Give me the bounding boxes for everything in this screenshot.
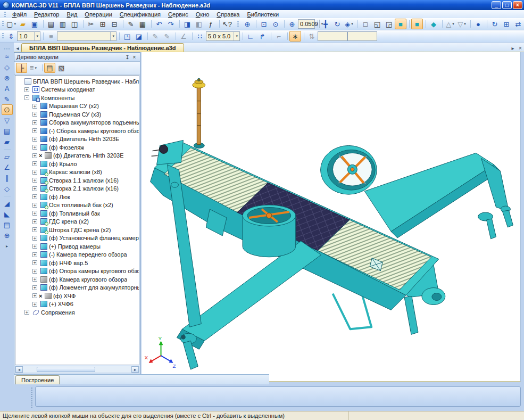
new-document-button[interactable]: ▢ (5, 19, 17, 29)
panel-close-icon[interactable]: × (131, 54, 138, 61)
spreadsheet-button[interactable]: ▦ (137, 19, 148, 29)
menu-item[interactable]: Операции (81, 11, 115, 18)
toolbar-expand-button[interactable]: ▸ (2, 243, 13, 249)
tree-expander[interactable]: + (32, 236, 37, 241)
tree-item[interactable]: + (ф) Двигатель Hirth 3203E (15, 135, 139, 144)
angle-button[interactable]: ∠ (178, 31, 189, 42)
tree-item[interactable]: + (ф) Ложемент для аккумуляторных батаре… (15, 284, 139, 292)
tree-item[interactable]: + (ф) ХЧФ (15, 292, 139, 300)
pan-button[interactable]: ╋ (320, 19, 331, 29)
tree-expander[interactable]: + (32, 227, 37, 232)
expressions-button[interactable]: ƒ (205, 19, 217, 29)
zoom-frame-button[interactable]: ⊡ (258, 19, 270, 29)
surface-trim-icon[interactable]: ◢ (2, 198, 13, 209)
tree-item[interactable]: + ГДС крена (x2) (15, 218, 139, 226)
tree-expander[interactable]: + (32, 244, 37, 249)
tree-item[interactable]: + Шторка ГДС крена (x2) (15, 226, 139, 234)
uav-model[interactable] (151, 78, 513, 369)
report-icon[interactable]: ▤ (2, 126, 13, 136)
tree-item[interactable]: + (+) Привод камеры (15, 242, 139, 251)
menu-item[interactable]: Библиотеки (244, 11, 283, 18)
spline-icon[interactable]: ≈ (2, 51, 13, 62)
coord-y-field[interactable] (347, 31, 377, 41)
tree-item[interactable]: + Осн топливный бак (x2) (15, 201, 139, 210)
eraser-alt-button[interactable]: ✎ (161, 31, 173, 42)
layer-combo[interactable] (57, 31, 117, 41)
layers-button[interactable]: ≡ (45, 31, 57, 42)
frame-button[interactable]: ◳ (121, 31, 133, 42)
local-csys-button[interactable]: ↱ (256, 31, 268, 42)
plane-normal-icon[interactable]: ◇ (2, 183, 13, 194)
tree-item[interactable]: + (ф) Топливный бак (15, 209, 139, 218)
tree-item[interactable]: + Створка 2.1 жалюзи (x16) (15, 185, 139, 193)
tree-expander[interactable]: + (32, 252, 37, 257)
tree-expander[interactable]: + (32, 260, 37, 265)
maximize-button[interactable]: □ (502, 1, 512, 9)
tree-expander[interactable]: + (32, 203, 37, 208)
tab-construction[interactable]: Построение (15, 375, 60, 384)
tab-scroll-right-button[interactable]: ▸ (509, 44, 517, 52)
tree-item[interactable]: + (+) ХЧФ6 (15, 300, 139, 309)
tree-expander[interactable]: + (32, 161, 37, 166)
hide-elements-button[interactable]: △ (444, 19, 456, 29)
hidden-lines-thin-button[interactable]: ◲ (383, 19, 395, 29)
grid-toggle-button[interactable]: ∷ (194, 31, 206, 42)
tree-expander[interactable]: + (32, 170, 37, 175)
tree-expander[interactable]: + (32, 211, 37, 216)
tree-item[interactable]: + Системы координат (15, 86, 139, 94)
tree-expander[interactable]: + (32, 153, 37, 158)
open-document-button[interactable]: ▰ (17, 19, 29, 29)
shaded-edges-button[interactable]: ■ (411, 19, 423, 29)
tree-item[interactable]: + Сборка аккумуляторов подъемных двигате… (15, 119, 139, 127)
scroll-right-arrow[interactable]: ▸ (131, 366, 139, 373)
snaps-button[interactable]: ∗ (289, 31, 301, 42)
menu-item[interactable]: Редактор (30, 11, 63, 18)
scroll-thumb[interactable] (37, 367, 95, 372)
tree-item[interactable]: - Компоненты (15, 94, 139, 102)
new-sheet-button[interactable]: ◪ (133, 31, 145, 42)
stamp-icon[interactable]: ▤ (2, 219, 13, 230)
tree-item[interactable]: + (ф) Двигатель Hirth 3203E (15, 152, 139, 160)
property-bar-grip[interactable] (31, 388, 32, 408)
attachments-icon[interactable]: ∅ (2, 104, 13, 115)
tree-item[interactable]: + Маршевая СУ (x2) (15, 102, 139, 111)
hidden-lines-button[interactable]: ◱ (371, 19, 383, 29)
tree-item[interactable]: + (-) Камера переднего обзора (15, 251, 139, 259)
grid-step-combo[interactable]: 5.0 x 5.0 (206, 31, 240, 41)
tab-scroll-left-button[interactable]: ◂ (14, 44, 21, 52)
menu-item[interactable]: Справка (213, 11, 243, 18)
cut-button[interactable]: ✂ (85, 19, 97, 29)
tree-expander[interactable]: + (32, 302, 37, 307)
tree-item[interactable]: + (-) Сборка камеры кругового обзора в в… (15, 127, 139, 135)
connection-icon[interactable]: ⊗ (2, 72, 13, 83)
rotate-button[interactable]: ↻ (331, 19, 343, 29)
tree-expander[interactable]: + (32, 293, 37, 298)
tree-item[interactable]: + Подъемная СУ (x3) (15, 110, 139, 119)
orientation-button[interactable]: ◈ (343, 19, 355, 29)
copy-button[interactable]: ⊞ (97, 19, 109, 29)
tree-item[interactable]: + (ф) Камера кругового обзора (15, 275, 139, 284)
eraser-button[interactable]: ✎ (149, 31, 161, 42)
tree-view-mode-button[interactable]: ≡ (28, 63, 39, 73)
tree-expander[interactable]: + (24, 310, 29, 315)
doc-scale-combo[interactable]: 1.0 (17, 31, 40, 41)
zoom-scale-combo[interactable]: 0.0509 (298, 19, 315, 29)
filter-icon[interactable]: ▽ (2, 115, 13, 126)
perspective-button[interactable]: ◆ (428, 19, 439, 29)
menu-item[interactable]: Файл (9, 11, 30, 18)
hide-components-button[interactable]: ▽ (456, 19, 468, 29)
tree-expander[interactable]: + (32, 104, 37, 109)
menu-item[interactable]: Окно (192, 11, 213, 18)
redo-button[interactable]: ↷ (165, 19, 177, 29)
print-preview-button[interactable]: ▥ (57, 19, 69, 29)
tree-item[interactable]: + (ф) Опора камеры кругового обзора (15, 267, 139, 276)
document-tab-active[interactable]: БПЛА ВВП Шершень Разведчик - Наблюдение.… (21, 43, 184, 52)
3d-viewport[interactable]: Y X Z (142, 52, 521, 382)
plane-icon[interactable]: ▱ (2, 151, 13, 162)
ortho-drawing-button[interactable]: ∟ (245, 31, 256, 42)
surface-icon[interactable]: ◇ (2, 62, 13, 72)
paste-button[interactable]: ⊟ (109, 19, 120, 29)
variables-button[interactable]: ◨ (181, 19, 193, 29)
tree-item[interactable]: БПЛА ВВП Шершень Разведчик - Наблюдение … (15, 77, 139, 86)
macro-icon[interactable]: ⊕ (2, 230, 13, 241)
